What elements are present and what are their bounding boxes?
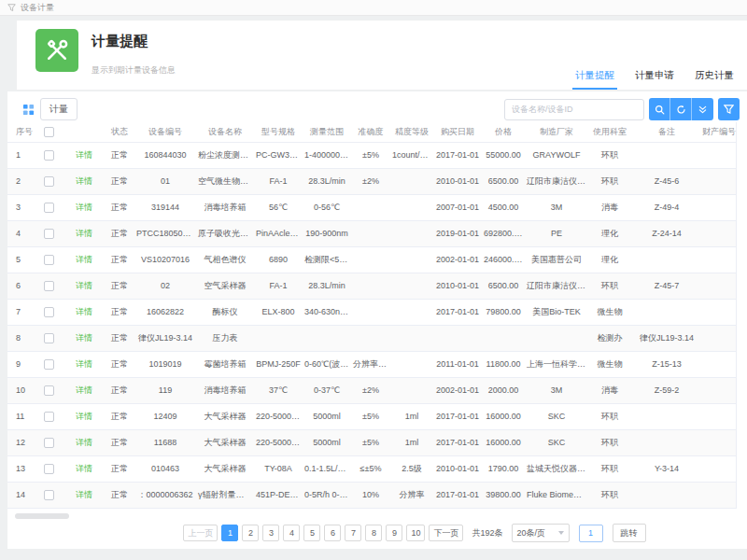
cell-remark: Z-15-13 xyxy=(631,351,702,377)
cell-name: 空气采样器 xyxy=(196,273,254,299)
cell-department: 环职 xyxy=(588,403,631,429)
filter-button[interactable] xyxy=(718,98,740,120)
cell-buy-date: 2007-01-01 xyxy=(433,194,482,220)
detail-link[interactable]: 详情 xyxy=(76,333,92,343)
row-checkbox[interactable] xyxy=(44,255,54,265)
cell-no: 10 xyxy=(7,377,34,403)
row-checkbox[interactable] xyxy=(44,412,54,422)
cell-remark: 律仪JL19-3.14 xyxy=(631,325,702,351)
page-button[interactable]: 4 xyxy=(283,525,300,541)
cell-accuracy: ±5% xyxy=(351,403,390,429)
page-button[interactable]: 7 xyxy=(345,525,361,541)
cell-precision: 2.5级 xyxy=(390,455,433,482)
cell-buy-date: 2010-01-01 xyxy=(433,455,482,482)
page-button[interactable]: 8 xyxy=(365,525,382,541)
cell-name: 空气微生物采样器 xyxy=(196,168,254,194)
cell-buy-date: 2002-01-01 xyxy=(433,377,482,403)
detail-link[interactable]: 详情 xyxy=(76,438,92,447)
cell-checkbox xyxy=(34,429,63,455)
page-size-select[interactable]: 20条/页 xyxy=(512,524,570,542)
detail-link[interactable]: 详情 xyxy=(76,385,92,395)
cell-name: 大气采样器 xyxy=(196,429,254,455)
cell-asset-no xyxy=(702,325,736,351)
cell-asset-no xyxy=(702,299,736,325)
table-body: 1详情正常160844030粉尘浓度测试仪PC-GW3016A1-4000000… xyxy=(7,142,736,508)
pagination: 上一页 12345678910 下一页 共192条 20条/页 跳转 xyxy=(45,524,747,542)
page-button[interactable]: 2 xyxy=(242,525,259,541)
cell-remark: Z-45-7 xyxy=(631,273,702,299)
scrollbar-thumb[interactable] xyxy=(15,513,69,519)
cell-status: 正常 xyxy=(105,455,134,482)
chevron-down-icon xyxy=(558,531,564,535)
page-button[interactable]: 1 xyxy=(221,525,238,541)
cell-model: PC-GW3016A xyxy=(254,142,303,168)
table-row: 13详情正常010463大气采样器TY-08A0.1-1.5L/min≤±5%2… xyxy=(7,455,736,482)
row-checkbox[interactable] xyxy=(44,176,54,187)
search-button[interactable] xyxy=(649,98,670,120)
detail-link[interactable]: 详情 xyxy=(76,229,92,238)
expand-button[interactable] xyxy=(692,98,713,120)
tab-metering-request[interactable]: 计量申请 xyxy=(635,69,674,90)
detail-link[interactable]: 详情 xyxy=(76,490,92,499)
cell-asset-no xyxy=(702,455,736,482)
detail-link[interactable]: 详情 xyxy=(76,307,92,316)
breadcrumb-label[interactable]: 设备计量 xyxy=(21,2,54,14)
prev-page-button[interactable]: 上一页 xyxy=(183,525,218,541)
row-checkbox[interactable] xyxy=(44,229,54,239)
detail-link[interactable]: 详情 xyxy=(76,281,92,290)
row-checkbox[interactable] xyxy=(44,203,54,213)
page-button[interactable]: 5 xyxy=(303,525,320,541)
cell-model: 220-5000TC xyxy=(254,403,303,429)
next-page-button[interactable]: 下一页 xyxy=(429,525,463,541)
detail-link[interactable]: 详情 xyxy=(76,203,92,212)
jump-input[interactable] xyxy=(579,525,603,542)
cell-checkbox xyxy=(34,455,63,482)
row-checkbox[interactable] xyxy=(44,150,54,161)
row-checkbox[interactable] xyxy=(44,438,54,448)
cell-device-no: 119 xyxy=(134,377,196,403)
cell-no: 9 xyxy=(7,351,34,377)
detail-link[interactable]: 详情 xyxy=(76,255,92,264)
column-header: 精度等级 xyxy=(390,122,433,142)
detail-link[interactable]: 详情 xyxy=(76,150,92,160)
jump-button[interactable]: 跳转 xyxy=(613,524,646,542)
refresh-button[interactable] xyxy=(670,98,692,120)
cell-status: 正常 xyxy=(105,194,134,220)
cell-buy-date: 2017-01-01 xyxy=(433,482,482,508)
detail-link[interactable]: 详情 xyxy=(76,359,92,369)
detail-link[interactable]: 详情 xyxy=(76,464,92,473)
tab-metering-reminder[interactable]: 计量提醒 xyxy=(575,69,614,90)
row-checkbox[interactable] xyxy=(44,307,54,317)
cell-precision xyxy=(390,220,433,246)
row-checkbox[interactable] xyxy=(44,333,54,343)
measure-button[interactable]: 计量 xyxy=(40,98,78,120)
row-checkbox[interactable] xyxy=(44,359,54,370)
cell-accuracy xyxy=(351,194,390,220)
total-count: 共192条 xyxy=(472,527,502,539)
cell-department: 理化 xyxy=(588,220,631,246)
row-checkbox[interactable] xyxy=(44,464,54,474)
select-all-checkbox[interactable] xyxy=(44,127,54,137)
cell-buy-date: 2011-01-01 xyxy=(433,351,482,377)
cell-asset-no xyxy=(702,273,736,299)
column-header: 状态 xyxy=(105,122,134,142)
table-row: 6详情正常02空气采样器FA-128.3L/min2010-01-016500.… xyxy=(7,273,736,299)
cell-device-no: 319144 xyxy=(134,194,196,220)
cell-precision xyxy=(390,351,433,377)
page-button[interactable]: 9 xyxy=(386,525,402,541)
row-checkbox[interactable] xyxy=(44,385,54,396)
search-input[interactable] xyxy=(504,99,644,120)
cell-precision xyxy=(390,246,433,273)
column-header: 财产编号 xyxy=(702,122,736,142)
row-checkbox[interactable] xyxy=(44,490,54,500)
tab-metering-history[interactable]: 历史计量 xyxy=(695,69,734,90)
page-button[interactable]: 3 xyxy=(262,525,279,541)
page-button[interactable]: 6 xyxy=(324,525,341,541)
row-checkbox[interactable] xyxy=(44,281,54,291)
cell-name: 消毒培养箱 xyxy=(196,377,254,403)
detail-link[interactable]: 详情 xyxy=(76,176,92,186)
cell-checkbox xyxy=(34,377,63,403)
cell-remark xyxy=(631,403,702,429)
detail-link[interactable]: 详情 xyxy=(76,412,92,421)
page-button[interactable]: 10 xyxy=(406,525,425,541)
